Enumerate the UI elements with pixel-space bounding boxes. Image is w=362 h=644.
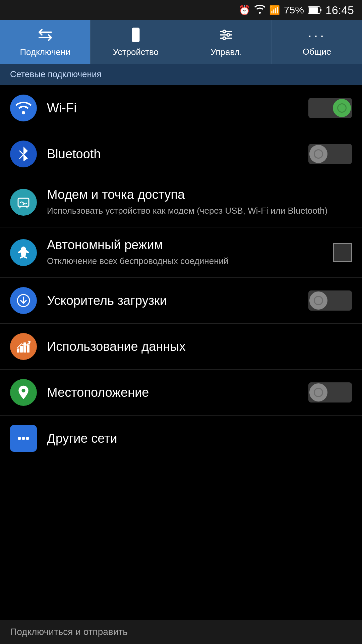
bluetooth-icon bbox=[16, 146, 31, 162]
signal-icon: 📶 bbox=[269, 5, 280, 15]
controls-icon bbox=[218, 27, 234, 44]
alarm-icon: ⏰ bbox=[239, 5, 250, 16]
svg-rect-23 bbox=[27, 344, 29, 353]
datausage-icon-wrap bbox=[10, 333, 37, 360]
modem-icon bbox=[15, 195, 32, 210]
setting-bluetooth[interactable]: Bluetooth bbox=[0, 131, 362, 177]
airplane-icon-wrap bbox=[10, 239, 37, 266]
svg-point-15 bbox=[23, 203, 24, 205]
setting-modem[interactable]: Модем и точка доступа Использовать устро… bbox=[0, 177, 362, 227]
bottom-bar-label: Подключиться и отправить bbox=[10, 627, 128, 637]
svg-rect-20 bbox=[17, 348, 19, 353]
airplane-subtitle: Отключение всех беспроводных соединений bbox=[47, 255, 333, 267]
svg-point-9 bbox=[227, 34, 230, 36]
download-icon bbox=[15, 293, 32, 308]
svg-point-26 bbox=[22, 437, 25, 440]
tab-device[interactable]: Устройство bbox=[90, 20, 181, 64]
tab-connections-label: Подключени bbox=[20, 47, 70, 57]
modem-subtitle: Использовать устройство как модем (через… bbox=[47, 205, 352, 217]
downloader-title: Ускоритель загрузки bbox=[47, 293, 308, 308]
wifi-title: Wi-Fi bbox=[47, 101, 308, 115]
setting-location[interactable]: Местоположение bbox=[0, 370, 362, 416]
bluetooth-title: Bluetooth bbox=[47, 147, 308, 161]
barchart-icon bbox=[15, 339, 32, 354]
setting-datausage[interactable]: Использование данных bbox=[0, 324, 362, 370]
battery-percent: 75% bbox=[284, 4, 304, 16]
tab-device-label: Устройство bbox=[113, 47, 159, 57]
time-display: 16:45 bbox=[325, 4, 354, 17]
svg-point-10 bbox=[223, 37, 226, 40]
svg-point-25 bbox=[18, 437, 21, 440]
othernets-icon-wrap bbox=[10, 425, 37, 452]
svg-point-8 bbox=[223, 30, 226, 33]
datausage-title: Использование данных bbox=[47, 339, 352, 354]
tab-controls[interactable]: Управл. bbox=[181, 20, 272, 64]
wifi-status-icon bbox=[254, 4, 265, 16]
settings-list: Wi-Fi Bluetooth bbox=[0, 85, 362, 461]
modem-title: Модем и точка доступа bbox=[47, 187, 352, 202]
airplane-checkbox[interactable] bbox=[333, 243, 352, 262]
bottom-bar[interactable]: Подключиться и отправить bbox=[0, 620, 362, 644]
bluetooth-toggle[interactable] bbox=[308, 144, 352, 164]
location-icon bbox=[16, 385, 31, 400]
setting-wifi[interactable]: Wi-Fi bbox=[0, 85, 362, 131]
tab-general-label: Общие bbox=[303, 47, 331, 57]
connections-icon bbox=[37, 27, 53, 44]
airplane-icon bbox=[15, 245, 32, 260]
svg-rect-22 bbox=[23, 342, 26, 353]
setting-downloader[interactable]: Ускоритель загрузки bbox=[0, 278, 362, 324]
svg-point-4 bbox=[135, 39, 136, 40]
more-dots-icon: ··· bbox=[308, 27, 326, 44]
svg-point-24 bbox=[22, 389, 25, 392]
battery-icon bbox=[308, 6, 321, 14]
tab-bar: Подключени Устройство Управл. ··· Общ bbox=[0, 20, 362, 64]
tab-controls-label: Управл. bbox=[210, 47, 242, 57]
tab-connections[interactable]: Подключени bbox=[0, 20, 90, 64]
svg-rect-1 bbox=[320, 9, 321, 11]
wifi-icon-wrap bbox=[10, 95, 37, 121]
location-icon-wrap bbox=[10, 379, 37, 406]
wifi-icon bbox=[15, 101, 32, 115]
setting-othernets[interactable]: Другие сети bbox=[0, 416, 362, 461]
svg-point-27 bbox=[26, 437, 29, 440]
tab-general[interactable]: ··· Общие bbox=[272, 20, 362, 64]
svg-point-11 bbox=[22, 111, 25, 114]
bluetooth-icon-wrap bbox=[10, 141, 37, 167]
svg-rect-21 bbox=[20, 346, 23, 353]
svg-rect-2 bbox=[309, 7, 318, 13]
setting-airplane[interactable]: Автономный режим Отключение всех беспров… bbox=[0, 227, 362, 278]
section-header: Сетевые подключения bbox=[0, 64, 362, 85]
status-bar: ⏰ 📶 75% 16:45 bbox=[0, 0, 362, 20]
location-title: Местоположение bbox=[47, 385, 308, 400]
download-icon-wrap bbox=[10, 287, 37, 314]
device-icon bbox=[128, 27, 144, 44]
modem-icon-wrap bbox=[10, 189, 37, 216]
wifi-toggle[interactable] bbox=[308, 98, 352, 118]
dots-icon bbox=[15, 431, 32, 446]
location-toggle[interactable] bbox=[308, 382, 352, 402]
downloader-toggle[interactable] bbox=[308, 290, 352, 311]
othernets-title: Другие сети bbox=[47, 431, 352, 446]
airplane-title: Автономный режим bbox=[47, 238, 333, 252]
